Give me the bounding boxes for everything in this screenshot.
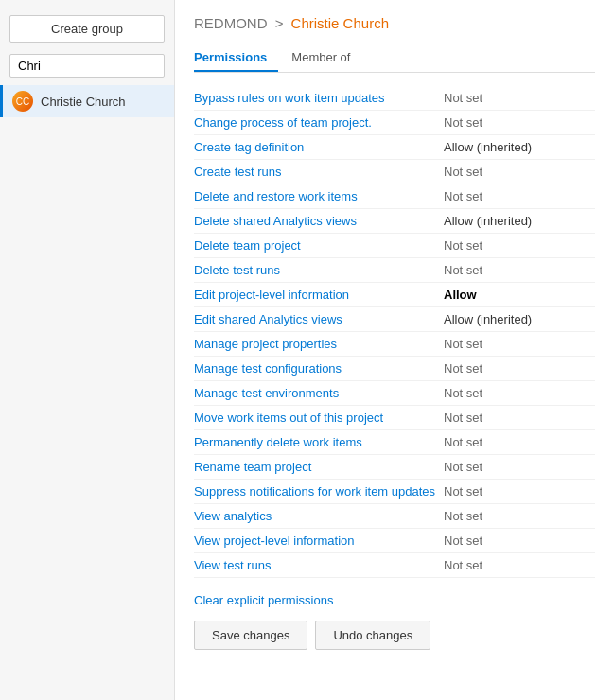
permissions-list: Bypass rules on work item updatesNot set… [194, 86, 595, 578]
user-list-item[interactable]: CC Christie Church [0, 85, 174, 117]
undo-changes-button[interactable]: Undo changes [315, 621, 430, 650]
clear-permissions-link[interactable]: Clear explicit permissions [194, 593, 595, 607]
permission-value: Not set [444, 189, 595, 203]
breadcrumb: REDMOND > Christie Church [194, 15, 595, 31]
permission-name[interactable]: Edit shared Analytics views [194, 312, 444, 326]
table-row: Delete team projectNot set [194, 234, 595, 258]
breadcrumb-user: Christie Church [291, 15, 389, 31]
table-row: Move work items out of this projectNot s… [194, 406, 595, 430]
create-group-button[interactable]: Create group [9, 15, 165, 43]
permission-name[interactable]: Delete and restore work items [194, 189, 444, 203]
table-row: Manage project propertiesNot set [194, 332, 595, 357]
table-row: View analyticsNot set [194, 504, 595, 529]
permission-name[interactable]: Manage test environments [194, 386, 444, 400]
permission-name[interactable]: Manage test configurations [194, 361, 444, 376]
permission-value: Not set [444, 411, 595, 425]
avatar: CC [12, 91, 33, 112]
permission-name[interactable]: Move work items out of this project [194, 411, 444, 425]
footer-buttons: Save changes Undo changes [194, 621, 595, 650]
permission-name[interactable]: Manage project properties [194, 337, 444, 351]
permission-value: Not set [444, 91, 595, 105]
permission-value: Allow (inherited) [444, 214, 595, 228]
table-row: Rename team projectNot set [194, 455, 595, 480]
permission-value: Not set [444, 534, 595, 548]
table-row: Edit project-level informationAllow [194, 283, 595, 307]
permission-value: Allow [444, 288, 595, 302]
sidebar: Create group CC Christie Church [0, 0, 175, 700]
permission-value: Not set [444, 386, 595, 400]
table-row: Bypass rules on work item updatesNot set [194, 86, 595, 111]
table-row: Edit shared Analytics viewsAllow (inheri… [194, 307, 595, 332]
permission-value: Not set [444, 484, 595, 499]
permission-name[interactable]: View analytics [194, 509, 444, 523]
table-row: Manage test environmentsNot set [194, 381, 595, 406]
table-row: Delete shared Analytics viewsAllow (inhe… [194, 209, 595, 234]
table-row: Manage test configurationsNot set [194, 357, 595, 381]
permission-name[interactable]: Create test runs [194, 165, 444, 179]
permission-value: Not set [444, 509, 595, 523]
permission-value: Not set [444, 435, 595, 449]
permission-name[interactable]: Permanently delete work items [194, 435, 444, 449]
table-row: Delete and restore work itemsNot set [194, 184, 595, 209]
permission-value: Not set [444, 361, 595, 376]
permission-value: Allow (inherited) [444, 140, 595, 154]
table-row: Create test runsNot set [194, 160, 595, 184]
permission-name[interactable]: Bypass rules on work item updates [194, 91, 444, 105]
permission-value: Not set [444, 115, 595, 130]
tab-member-of[interactable]: Member of [291, 44, 361, 72]
main-content: REDMOND > Christie Church Permissions Me… [175, 0, 614, 700]
tabs-bar: Permissions Member of [194, 44, 595, 73]
permission-name[interactable]: View test runs [194, 558, 444, 572]
permission-name[interactable]: Rename team project [194, 460, 444, 474]
table-row: Delete test runsNot set [194, 258, 595, 283]
permission-name[interactable]: Delete shared Analytics views [194, 214, 444, 228]
user-name: Christie Church [41, 95, 126, 109]
search-input[interactable] [9, 54, 165, 78]
table-row: Permanently delete work itemsNot set [194, 430, 595, 455]
save-changes-button[interactable]: Save changes [194, 621, 307, 650]
table-row: Create tag definitionAllow (inherited) [194, 135, 595, 160]
breadcrumb-separator: > [275, 15, 284, 31]
permission-name[interactable]: Create tag definition [194, 140, 444, 154]
permission-value: Not set [444, 460, 595, 474]
table-row: View project-level informationNot set [194, 529, 595, 553]
permission-name[interactable]: Change process of team project. [194, 115, 444, 130]
permission-name[interactable]: Delete team project [194, 238, 444, 253]
table-row: Suppress notifications for work item upd… [194, 480, 595, 504]
breadcrumb-org: REDMOND [194, 15, 268, 31]
permission-value: Not set [444, 263, 595, 277]
permission-value: Not set [444, 337, 595, 351]
table-row: Change process of team project.Not set [194, 111, 595, 135]
permission-value: Not set [444, 238, 595, 253]
avatar-initials: CC [16, 96, 29, 107]
permission-name[interactable]: Suppress notifications for work item upd… [194, 484, 444, 499]
tab-permissions[interactable]: Permissions [194, 44, 278, 72]
permission-value: Allow (inherited) [444, 312, 595, 326]
permission-name[interactable]: Delete test runs [194, 263, 444, 277]
table-row: View test runsNot set [194, 553, 595, 578]
permission-name[interactable]: Edit project-level information [194, 288, 444, 302]
permission-name[interactable]: View project-level information [194, 534, 444, 548]
permission-value: Not set [444, 165, 595, 179]
permission-value: Not set [444, 558, 595, 572]
